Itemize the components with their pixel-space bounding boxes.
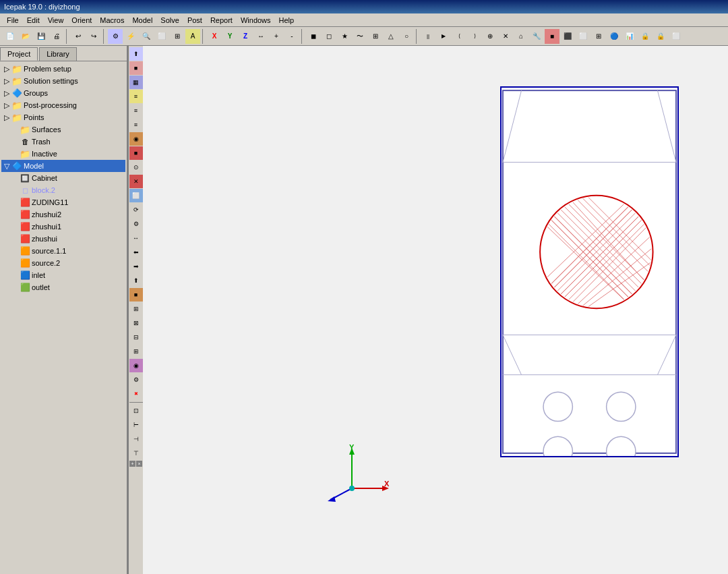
side-btn-29[interactable]: ⊤	[129, 447, 143, 460]
menu-model[interactable]: Model	[128, 15, 156, 26]
side-btn-22[interactable]: ⊞	[129, 345, 143, 358]
tb-cube[interactable]: ◼	[306, 29, 321, 44]
tree-item-zhushui1[interactable]: 🟥 zhushui1	[9, 221, 125, 233]
tb-redo[interactable]: ↪	[86, 29, 101, 44]
tb-tri[interactable]: △	[384, 29, 398, 44]
menu-edit[interactable]: Edit	[23, 15, 44, 26]
tb-m12[interactable]: ⊞	[591, 29, 606, 44]
tb-star[interactable]: ★	[337, 29, 352, 44]
side-btn-15[interactable]: ⬅	[129, 246, 143, 259]
side-btn-2[interactable]: ■	[129, 61, 143, 75]
side-btn-17[interactable]: ⬆	[129, 274, 143, 287]
side-btn-plus[interactable]: +	[129, 461, 135, 467]
tb-new[interactable]: 📄	[3, 29, 18, 44]
side-btn-11[interactable]: ⬜	[129, 189, 143, 202]
menu-file[interactable]: File	[3, 15, 23, 26]
menu-post[interactable]: Post	[183, 15, 206, 26]
menu-report[interactable]: Report	[206, 15, 237, 26]
tb-m5[interactable]: ⊕	[483, 29, 497, 44]
menu-solve[interactable]: Solve	[156, 15, 183, 26]
side-btn-20[interactable]: ⊠	[129, 316, 143, 330]
tb-m7[interactable]: ⌂	[514, 29, 528, 44]
menu-view[interactable]: View	[44, 15, 68, 26]
tb-arrows[interactable]: ↔	[253, 29, 268, 44]
tb-m13[interactable]: 🔵	[607, 29, 621, 44]
tree-item-model[interactable]: ▽ 🔷 Model	[1, 160, 125, 172]
expand-points[interactable]: ▷	[3, 113, 11, 122]
side-btn-3[interactable]: ▦	[129, 76, 143, 89]
tree-item-inlet[interactable]: 🟦 inlet	[9, 269, 125, 281]
tree-item-source2[interactable]: 🟧 source.2	[9, 257, 125, 269]
menu-orient[interactable]: Orient	[67, 15, 96, 26]
side-btn-26[interactable]: ⊡	[129, 404, 143, 418]
tree-item-inactive[interactable]: 📁 Inactive	[9, 148, 125, 160]
tree-item-post-processing[interactable]: ▷ 📁 Post-processing	[1, 99, 125, 111]
menu-windows[interactable]: Windows	[237, 15, 275, 26]
side-btn-6[interactable]: ≡	[129, 118, 143, 132]
expand-problem-setup[interactable]: ▷	[3, 65, 11, 74]
tree-item-solution-settings[interactable]: ▷ 📁 Solution settings	[1, 75, 125, 87]
side-btn-13[interactable]: ⚙	[129, 217, 143, 231]
expand-post-processing[interactable]: ▷	[3, 101, 11, 110]
tree-item-zhushui[interactable]: 🟥 zhushui	[9, 233, 125, 245]
expand-model[interactable]: ▽	[3, 162, 11, 171]
tb-circ[interactable]: ○	[399, 29, 414, 44]
side-btn-8[interactable]: ■	[129, 146, 143, 160]
menu-help[interactable]: Help	[275, 15, 299, 26]
tb-m15[interactable]: 🔒	[638, 29, 653, 44]
side-btn-19[interactable]: ⊞	[129, 302, 143, 316]
tree-item-zhushui2[interactable]: 🟥 zhushui2	[9, 208, 125, 221]
tb-m10[interactable]: ⬛	[560, 29, 575, 44]
side-btn-28[interactable]: ⊣	[129, 432, 143, 446]
tb-save[interactable]: 💾	[34, 29, 49, 44]
side-btn-9[interactable]: ⊙	[129, 161, 143, 174]
tree-item-problem-setup[interactable]: ▷ 📁 Problem setup	[1, 63, 125, 75]
side-btn-27[interactable]: ⊢	[129, 418, 143, 432]
tb-wave[interactable]: 〜	[353, 29, 367, 44]
tb-grid[interactable]: ⊞	[368, 29, 383, 44]
expand-groups[interactable]: ▷	[3, 89, 11, 98]
tree-item-source11[interactable]: 🟧 source.1.1	[9, 245, 125, 257]
tb-m9[interactable]: ■	[545, 29, 559, 44]
tb-m1[interactable]: ||	[421, 29, 435, 44]
tree-item-trash[interactable]: 🗑 Trash	[9, 136, 125, 148]
tb-b6[interactable]: A	[185, 29, 200, 44]
tree-item-zuding11[interactable]: 🟥 ZUDING11	[9, 196, 125, 208]
tree-item-surfaces[interactable]: 📁 Surfaces	[9, 123, 125, 136]
tb-print[interactable]: 🖨	[49, 29, 64, 44]
tb-m2[interactable]: ▶	[436, 29, 451, 44]
tb-m3[interactable]: ⟨	[452, 29, 466, 44]
tb-b1[interactable]: ⚙	[108, 29, 123, 44]
tb-m16[interactable]: 🔒	[653, 29, 668, 44]
tb-plus[interactable]: +	[269, 29, 284, 44]
tree-item-groups[interactable]: ▷ 🔷 Groups	[1, 87, 125, 99]
side-btn-12[interactable]: ⟳	[129, 203, 143, 217]
tb-b5[interactable]: ⊞	[170, 29, 185, 44]
tree-item-block2[interactable]: ◻ block.2	[9, 184, 125, 196]
tb-m4[interactable]: ⟩	[467, 29, 482, 44]
tb-m14[interactable]: 📊	[622, 29, 637, 44]
side-btn-4[interactable]: ≡	[129, 90, 143, 103]
tb-undo[interactable]: ↩	[71, 29, 86, 44]
side-btn-7[interactable]: ◉	[129, 132, 143, 146]
side-btn-18[interactable]: ■	[129, 288, 143, 302]
tab-project[interactable]: Project	[0, 47, 38, 61]
side-btn-16[interactable]: ➡	[129, 260, 143, 273]
tb-b2[interactable]: ⚡	[123, 29, 138, 44]
tb-m8[interactable]: 🔧	[529, 29, 544, 44]
tb-minus[interactable]: -	[284, 29, 299, 44]
tb-b4[interactable]: ⬜	[154, 29, 169, 44]
side-btn-5[interactable]: ≡	[129, 104, 143, 117]
tb-m17[interactable]: ⬜	[669, 29, 684, 44]
tb-open[interactable]: 📂	[18, 29, 33, 44]
tb-cube2[interactable]: ◻	[322, 29, 336, 44]
tab-library[interactable]: Library	[39, 47, 77, 61]
3d-viewport[interactable]	[500, 86, 679, 457]
side-btn-24[interactable]: ⚙	[129, 373, 143, 386]
tb-x[interactable]: X	[207, 29, 222, 44]
side-btn-x[interactable]: ×	[136, 461, 142, 467]
canvas-area[interactable]: ↺	[143, 46, 728, 574]
tree-item-cabinet[interactable]: 🔲 Cabinet	[9, 172, 125, 184]
tb-y[interactable]: Y	[222, 29, 237, 44]
side-btn-1[interactable]: ⬆	[129, 47, 143, 61]
